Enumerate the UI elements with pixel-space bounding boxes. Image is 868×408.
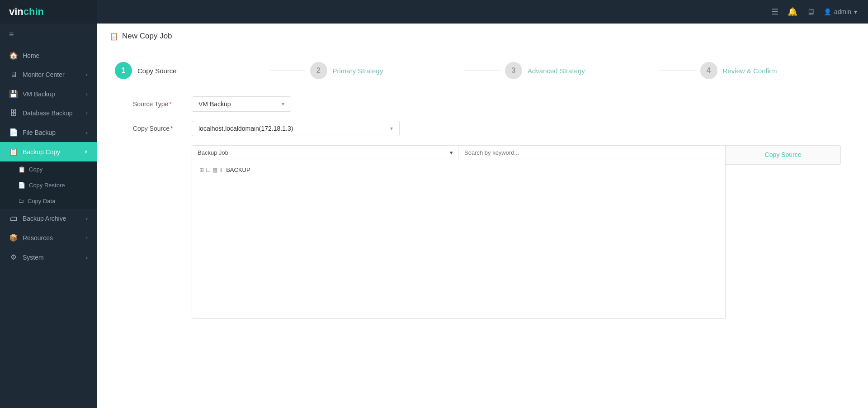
wizard-step-2-label: Primary Strategy <box>333 67 383 75</box>
tree-area: Backup Job ▾ ⊞ ☐ ▤ T_BACKUP <box>192 145 841 319</box>
copy-source-row: Copy Source* localhost.localdomain(172.1… <box>133 121 841 136</box>
tree-search-input[interactable] <box>459 146 725 160</box>
copy-source-panel-header: Copy Source <box>726 146 840 164</box>
sidebar-item-resources[interactable]: 📦 Resources › <box>0 228 97 247</box>
tree-checkbox-icon[interactable]: ☐ <box>206 167 211 173</box>
tree-backup-type-icon: ▤ <box>212 167 217 173</box>
wizard-separator-2 <box>464 71 500 71</box>
main-content: ☰ 🔔 🖥 👤 admin ▾ 📋 New Copy Job 1 <box>97 0 868 408</box>
filter-tree-panel: Backup Job ▾ ⊞ ☐ ▤ T_BACKUP <box>192 145 726 319</box>
sidebar-item-monitor[interactable]: 🖥 Monitor Center › <box>0 65 97 84</box>
source-type-select[interactable]: VM Backup ▾ <box>192 96 291 112</box>
user-chevron-down-icon: ▾ <box>854 8 857 15</box>
chevron-right-icon: › <box>86 91 88 97</box>
tree-item-label: T_BACKUP <box>219 166 250 173</box>
chevron-down-icon: ∨ <box>84 149 88 155</box>
chevron-right-icon: › <box>86 72 88 77</box>
wizard-step-3-number: 3 <box>505 62 522 79</box>
logo-chin: chin <box>24 6 44 17</box>
sidebar-item-vm-backup-label: VM Backup <box>23 90 55 98</box>
sidebar-item-file-backup[interactable]: 📄 File Backup › <box>0 123 97 142</box>
topbar: ☰ 🔔 🖥 👤 admin ▾ <box>97 0 868 24</box>
sidebar-item-system-label: System <box>23 254 44 261</box>
sidebar-item-home[interactable]: 🏠 Home <box>0 46 97 65</box>
page-header-icon: 📋 <box>109 32 118 41</box>
sidebar: vinchin ≡ 🏠 Home 🖥 Monitor Center › 💾 VM… <box>0 0 97 408</box>
form-area: Source Type* VM Backup ▾ Copy Source* lo… <box>97 92 868 332</box>
wizard-step-2[interactable]: 2 Primary Strategy <box>310 62 460 79</box>
topbar-username: admin <box>834 8 851 15</box>
sidebar-item-copy[interactable]: 📋 Copy <box>0 161 97 177</box>
notification-bell-icon[interactable]: 🔔 <box>788 7 797 17</box>
file-backup-icon: 📄 <box>9 128 18 137</box>
chevron-right-icon: › <box>86 110 88 116</box>
tree-item[interactable]: ⊞ ☐ ▤ T_BACKUP <box>197 165 721 175</box>
copy-source-panel: Copy Source <box>726 145 841 165</box>
wizard-step-4-label: Review & Confirm <box>723 67 777 75</box>
copy-restore-sub-icon: 📄 <box>18 182 25 189</box>
source-type-chevron-down-icon: ▾ <box>282 101 284 107</box>
wizard-step-3-label: Advanced Strategy <box>528 67 585 75</box>
sidebar-item-resources-label: Resources <box>23 234 53 242</box>
sidebar-item-copy-restore-label: Copy Restore <box>29 182 65 189</box>
chevron-right-icon: › <box>86 235 88 241</box>
copy-source-required: * <box>170 125 173 132</box>
copy-data-sub-icon: 🗂 <box>18 198 24 204</box>
user-menu[interactable]: 👤 admin ▾ <box>824 8 857 15</box>
backup-type-value: Backup Job <box>198 149 228 156</box>
backup-copy-submenu: 📋 Copy 📄 Copy Restore 🗂 Copy Data <box>0 161 97 209</box>
sidebar-item-backup-archive[interactable]: 🗃 Backup Archive › <box>0 209 97 228</box>
wizard-step-1[interactable]: 1 Copy Source <box>115 62 265 79</box>
sidebar-item-copy-data[interactable]: 🗂 Copy Data <box>0 193 97 209</box>
chevron-right-icon: › <box>86 255 88 260</box>
monitor-icon: 🖥 <box>9 71 18 79</box>
copy-source-value: localhost.localdomain(172.18.1.3) <box>198 125 293 132</box>
monitor-icon[interactable]: 🖥 <box>807 7 815 17</box>
system-icon: ⚙ <box>9 253 18 261</box>
vm-backup-icon: 💾 <box>9 90 18 98</box>
backup-archive-icon: 🗃 <box>9 214 18 223</box>
sidebar-toggle-button[interactable]: ≡ <box>0 24 97 46</box>
sidebar-item-backup-copy[interactable]: 📋 Backup Copy ∨ <box>0 142 97 161</box>
sidebar-item-home-label: Home <box>23 52 39 59</box>
sidebar-item-copy-data-label: Copy Data <box>28 198 55 204</box>
copy-sub-icon: 📋 <box>18 166 25 173</box>
filter-row: Backup Job ▾ <box>192 146 725 160</box>
logo-vin: vin <box>9 6 24 17</box>
wizard-steps: 1 Copy Source 2 Primary Strategy 3 <box>97 49 868 92</box>
wizard-separator-3 <box>660 71 696 71</box>
copy-source-chevron-down-icon: ▾ <box>390 125 393 132</box>
sidebar-item-backup-archive-label: Backup Archive <box>23 215 66 222</box>
wizard-step-1-number: 1 <box>115 62 132 79</box>
sidebar-item-vm-backup[interactable]: 💾 VM Backup › <box>0 84 97 104</box>
wizard-step-3[interactable]: 3 Advanced Strategy <box>505 62 655 79</box>
sidebar-item-monitor-label: Monitor Center <box>23 71 65 78</box>
copy-source-label: Copy Source* <box>133 125 192 132</box>
backup-copy-icon: 📋 <box>9 147 18 156</box>
sidebar-item-db-backup-label: Database Backup <box>23 109 73 117</box>
copy-source-select[interactable]: localhost.localdomain(172.18.1.3) ▾ <box>192 121 400 136</box>
sidebar-item-copy-label: Copy <box>29 166 42 173</box>
sidebar-item-db-backup[interactable]: 🗄 Database Backup › <box>0 104 97 123</box>
source-type-row: Source Type* VM Backup ▾ <box>133 96 841 112</box>
content-area: 📋 New Copy Job 1 Copy Source 2 <box>97 24 868 408</box>
wizard-step-4[interactable]: 4 Review & Confirm <box>700 62 850 79</box>
wizard-step-4-number: 4 <box>700 62 717 79</box>
page-header: 📋 New Copy Job <box>97 24 868 49</box>
source-type-required: * <box>169 100 171 108</box>
source-type-value: VM Backup <box>198 100 231 108</box>
menu-lines-icon[interactable]: ☰ <box>771 7 778 17</box>
backup-type-select[interactable]: Backup Job ▾ <box>192 146 459 160</box>
tree-content: ⊞ ☐ ▤ T_BACKUP <box>192 160 725 318</box>
wizard-step-2-number: 2 <box>310 62 327 79</box>
page-container: 📋 New Copy Job 1 Copy Source 2 <box>97 24 868 408</box>
wizard-separator-1 <box>269 71 306 71</box>
sidebar-logo: vinchin <box>0 0 97 24</box>
page-title: New Copy Job <box>122 32 172 41</box>
sidebar-item-file-backup-label: File Backup <box>23 129 56 136</box>
tree-expand-icon[interactable]: ⊞ <box>199 167 204 173</box>
sidebar-item-copy-restore[interactable]: 📄 Copy Restore <box>0 177 97 193</box>
home-icon: 🏠 <box>9 51 18 60</box>
user-avatar-icon: 👤 <box>824 8 831 15</box>
sidebar-item-system[interactable]: ⚙ System › <box>0 247 97 267</box>
